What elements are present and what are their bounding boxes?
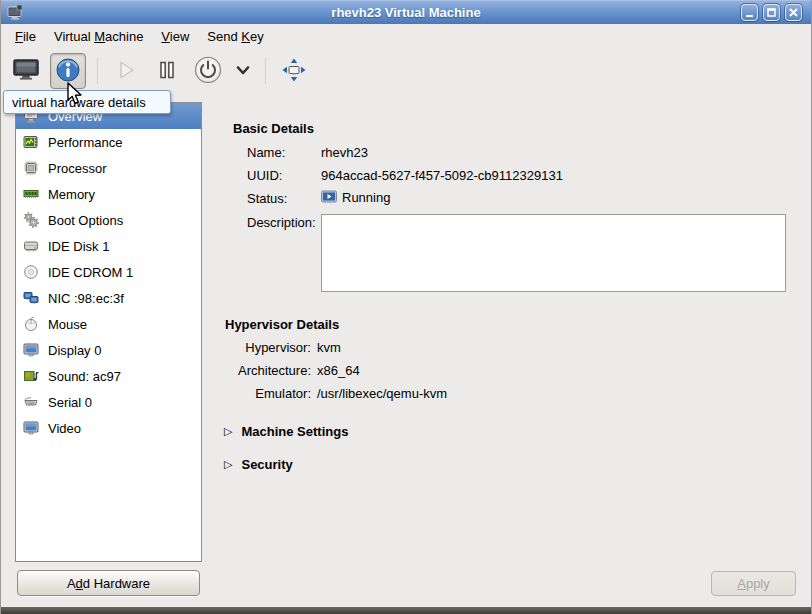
emulator-label: Emulator: bbox=[225, 386, 311, 401]
sidebar-item-label: IDE Disk 1 bbox=[48, 239, 109, 254]
description-label: Description: bbox=[247, 215, 316, 230]
uuid-label: UUID: bbox=[247, 168, 282, 183]
performance-icon bbox=[23, 134, 39, 150]
sidebar-item-mouse[interactable]: Mouse bbox=[16, 311, 201, 337]
description-input[interactable] bbox=[321, 214, 786, 292]
window-bottom-edge bbox=[1, 607, 811, 614]
menu-view[interactable]: View bbox=[152, 26, 198, 47]
security-expander[interactable]: Security bbox=[224, 457, 293, 472]
menu-send-key[interactable]: Send Key bbox=[198, 26, 272, 47]
menu-virtual-machine[interactable]: Virtual Machine bbox=[45, 26, 152, 47]
cdrom-icon bbox=[23, 264, 39, 280]
basic-details-heading: Basic Details bbox=[233, 121, 314, 136]
expander-label: Security bbox=[241, 457, 292, 472]
uuid-value: 964accad-5627-f457-5092-cb9112329131 bbox=[321, 168, 563, 183]
running-vm-icon bbox=[321, 189, 337, 205]
sidebar-item-label: IDE CDROM 1 bbox=[48, 265, 133, 280]
sidebar-item-memory[interactable]: Memory bbox=[16, 181, 201, 207]
name-label: Name: bbox=[247, 145, 285, 160]
architecture-label: Architecture: bbox=[225, 363, 311, 378]
window-title: rhevh23 Virtual Machine bbox=[1, 5, 811, 20]
minimize-button[interactable] bbox=[741, 4, 758, 21]
name-value: rhevh23 bbox=[321, 145, 368, 160]
menu-file[interactable]: File bbox=[6, 26, 45, 47]
menubar: File Virtual Machine View Send Key bbox=[1, 24, 811, 48]
sidebar-item-serial-0[interactable]: Serial 0 bbox=[16, 389, 201, 415]
architecture-value: x86_64 bbox=[317, 363, 360, 378]
sidebar-item-label: Display 0 bbox=[48, 343, 101, 358]
apply-button[interactable]: Apply bbox=[711, 571, 796, 596]
serial-port-icon bbox=[23, 394, 39, 410]
toolbar-separator bbox=[265, 58, 266, 84]
hypervisor-value: kvm bbox=[317, 340, 341, 355]
sidebar-item-label: NIC :98:ec:3f bbox=[48, 291, 124, 306]
console-button[interactable] bbox=[9, 54, 43, 88]
video-icon bbox=[23, 420, 39, 436]
shutdown-menu-button[interactable] bbox=[232, 54, 254, 88]
power-icon bbox=[193, 55, 223, 88]
maximize-button[interactable] bbox=[763, 4, 780, 21]
sidebar-item-boot-options[interactable]: Boot Options bbox=[16, 207, 201, 233]
disk-icon bbox=[23, 238, 39, 254]
chevron-down-icon bbox=[233, 60, 253, 83]
sidebar-item-label: Sound: ac97 bbox=[48, 369, 121, 384]
sidebar-item-video[interactable]: Video bbox=[16, 415, 201, 441]
sidebar-item-label: Memory bbox=[48, 187, 95, 202]
sidebar-item-performance[interactable]: Performance bbox=[16, 129, 201, 155]
fullscreen-arrows-icon bbox=[281, 57, 307, 86]
sidebar-item-sound[interactable]: Sound: ac97 bbox=[16, 363, 201, 389]
sidebar-item-label: Boot Options bbox=[48, 213, 123, 228]
expander-label: Machine Settings bbox=[241, 424, 348, 439]
machine-settings-expander[interactable]: Machine Settings bbox=[224, 424, 348, 439]
processor-icon bbox=[23, 160, 39, 176]
sidebar-item-label: Performance bbox=[48, 135, 122, 150]
play-icon bbox=[114, 58, 138, 85]
hardware-list: Overview Performance Proces bbox=[15, 102, 202, 562]
run-button[interactable] bbox=[109, 54, 143, 88]
sidebar-item-ide-disk-1[interactable]: IDE Disk 1 bbox=[16, 233, 201, 259]
sidebar-item-ide-cdrom-1[interactable]: IDE CDROM 1 bbox=[16, 259, 201, 285]
shutdown-button[interactable] bbox=[191, 54, 225, 88]
virt-manager-window: rhevh23 Virtual Machine File Virtual Mac… bbox=[0, 0, 812, 614]
console-monitor-icon bbox=[13, 58, 39, 85]
expander-arrow-icon bbox=[224, 458, 232, 471]
emulator-value: /usr/libexec/qemu-kvm bbox=[317, 386, 447, 401]
sidebar-item-display-0[interactable]: Display 0 bbox=[16, 337, 201, 363]
fullscreen-button[interactable] bbox=[277, 54, 311, 88]
close-button[interactable] bbox=[785, 4, 802, 21]
toolbar-separator bbox=[97, 58, 98, 84]
sound-card-icon bbox=[23, 368, 39, 384]
pause-icon bbox=[155, 58, 179, 85]
sidebar-item-processor[interactable]: Processor bbox=[16, 155, 201, 181]
titlebar[interactable]: rhevh23 Virtual Machine bbox=[1, 0, 811, 24]
status-label: Status: bbox=[247, 191, 287, 206]
sidebar-item-nic[interactable]: NIC :98:ec:3f bbox=[16, 285, 201, 311]
pause-button[interactable] bbox=[150, 54, 184, 88]
display-icon bbox=[23, 342, 39, 358]
expander-arrow-icon bbox=[224, 425, 232, 438]
hypervisor-label: Hypervisor: bbox=[225, 340, 311, 355]
mouse-icon bbox=[23, 316, 39, 332]
sidebar-item-label: Processor bbox=[48, 161, 107, 176]
status-value-group: Running bbox=[321, 189, 390, 205]
sidebar-item-label: Mouse bbox=[48, 317, 87, 332]
toolbar bbox=[1, 48, 811, 94]
memory-icon bbox=[23, 186, 39, 202]
add-hardware-button[interactable]: Add Hardware bbox=[17, 570, 200, 596]
sidebar-item-label: Video bbox=[48, 421, 81, 436]
status-value: Running bbox=[342, 190, 390, 205]
mouse-cursor-icon bbox=[66, 82, 88, 109]
nic-icon bbox=[23, 290, 39, 306]
boot-options-icon bbox=[23, 212, 39, 228]
sidebar-item-label: Serial 0 bbox=[48, 395, 92, 410]
hypervisor-details-heading: Hypervisor Details bbox=[225, 317, 339, 332]
